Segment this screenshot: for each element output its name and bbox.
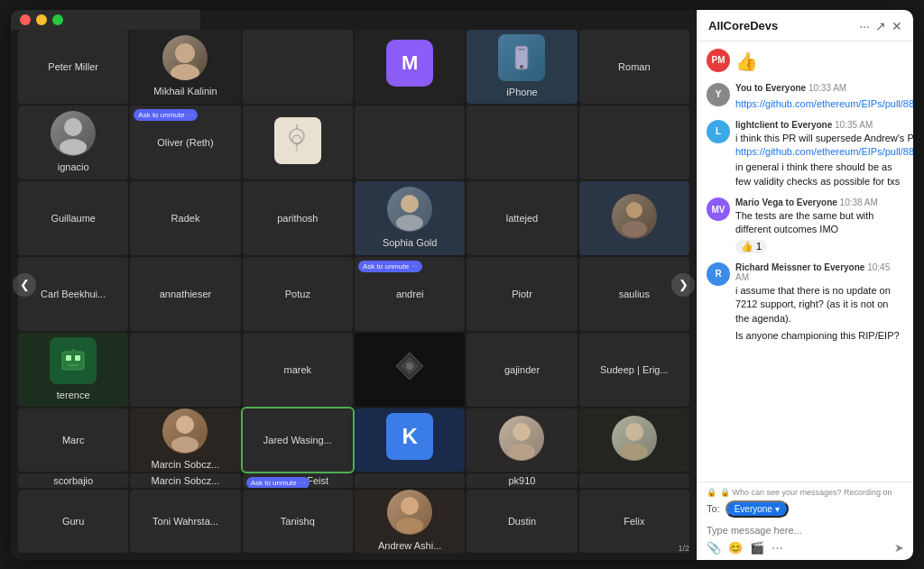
message-link[interactable]: https://github.com/ethereum/EIPs/pull/88… [735,98,913,109]
participant-cell: Marcin Sobcz... [130,473,240,488]
participant-name: Marc [59,433,88,447]
chat-close-button[interactable]: ✕ [892,19,902,33]
page-indicator-right: 1/2 [678,544,689,553]
message-text: i think this PR will supersede Andrew's … [735,132,913,160]
participant-cell: ignacio [18,106,128,179]
send-icon[interactable]: ➤ [894,541,904,555]
message-text: Is anyone championing this RIP/EIP? [735,329,904,343]
sender-avatar: L [707,120,730,143]
participant-name: lattejed [503,211,541,225]
participant-cell [579,181,689,255]
message-header: Mario Vega to Everyone 10:38 AM [735,197,904,207]
message-text: The tests are the same but with differen… [735,209,904,237]
message-link[interactable]: https://github.com/ethereum/EIPs/pull/88… [735,146,913,157]
svg-point-5 [64,118,82,136]
emoji-icon[interactable]: 😊 [728,541,743,555]
participant-name [406,479,413,482]
participant-cell: terence [18,333,128,407]
participant-cell: Peter Miller [18,30,128,104]
message-group: Y You to Everyone 10:33 AM https://githu… [707,83,904,111]
participant-cell [579,473,689,488]
maximize-button[interactable] [52,14,63,25]
svg-point-12 [401,195,419,213]
minimize-button[interactable] [36,14,47,25]
svg-rect-4 [518,49,525,50]
participant-name: Toni Wahrsta... [149,514,222,528]
more-icon[interactable]: ⋯ [772,541,783,555]
participant-cell: saulius [579,257,689,331]
participant-name: Andrew Ashi... [374,538,445,553]
to-label: To: [707,503,720,514]
svg-point-24 [176,416,194,434]
svg-point-6 [60,139,87,155]
sender-avatar: PM [707,49,730,72]
svg-point-23 [406,363,413,370]
svg-point-27 [508,444,535,460]
participant-cell [355,473,465,488]
to-row: To: Everyone ▾ [707,500,904,518]
chat-title: AllCoreDevs [708,19,778,32]
participant-cell: M [355,30,465,104]
message-text: 👍 [735,49,904,74]
participant-name [406,463,413,467]
participant-name: Jared Wasing... [260,433,336,447]
participant-cell: Mikhail Kalinin [130,30,240,104]
message-text: in general i think there should be as fe… [735,161,904,188]
participant-grid: Peter Miller Mikhail Kalinin M [11,10,697,560]
participant-name: Dustin [504,514,540,528]
gif-icon[interactable]: 🎬 [750,541,764,555]
message-content: 👍 [735,49,904,74]
chat-header: AllCoreDevs ··· ↗ ✕ [698,10,913,41]
participant-name: Carl Beekhui... [37,287,109,301]
participant-name [294,65,301,69]
svg-point-28 [625,423,643,441]
participant-cell [243,106,353,179]
svg-point-1 [171,64,199,80]
svg-rect-20 [71,349,75,353]
participant-cell: Guillaume [18,181,128,255]
svg-point-30 [401,497,419,515]
participant-name: pk910 [505,473,540,488]
svg-point-3 [520,65,523,69]
participant-name [518,141,525,144]
participant-cell: scorbajio [18,473,128,488]
participant-cell: Sudeep | Erig... [579,333,689,407]
participant-name [406,141,413,144]
participant-cell: Radek [130,181,240,255]
chat-popout-button[interactable]: ↗ [875,19,886,33]
participant-cell [579,106,689,179]
participant-name: Radek [168,211,204,225]
participant-cell-jared: Jared Wasing... [243,408,353,472]
svg-rect-16 [62,352,84,370]
participant-cell: Guru [18,490,128,553]
prev-page-button[interactable]: ❮ [13,273,36,297]
message-group: L lightclient to Everyone 10:35 AM i thi… [707,120,904,189]
participant-name: Roman [614,60,653,74]
participant-name: saulius [615,287,653,301]
to-everyone-button[interactable]: Everyone ▾ [725,500,789,518]
attach-icon[interactable]: 📎 [707,541,721,555]
next-page-button[interactable]: ❯ [671,273,695,297]
participant-cell: Carl Beekhui... [18,257,128,331]
participant-name: terence [53,388,94,402]
participant-cell [579,408,689,472]
participant-name: Piotr [508,287,536,301]
svg-point-26 [513,423,531,441]
chat-more-button[interactable]: ··· [859,19,870,33]
sender-avatar: MV [707,197,730,221]
participant-name: iPhone [503,85,541,99]
participant-cell: Andrew Ashi... [355,490,465,553]
participant-cell [243,30,353,104]
chat-input[interactable] [707,523,904,537]
participant-name: annathieser [156,287,216,301]
message-content: Richard Meissner to Everyone 10:45 AM i … [735,262,904,344]
message-content: You to Everyone 10:33 AM https://github.… [735,83,913,111]
close-button[interactable] [20,14,31,25]
participant-name: Tanishq [277,514,319,528]
participant-cell: K [355,408,465,472]
participant-name: Mikhail Kalinin [150,84,220,98]
participant-name [181,368,189,372]
reaction-badge[interactable]: 👍 1 [735,240,767,253]
participant-name: Sudeep | Erig... [596,363,672,377]
participant-name: marek [281,363,316,377]
